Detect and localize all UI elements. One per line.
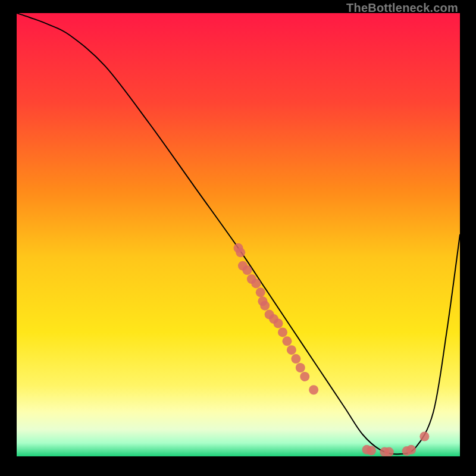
curve-marker (287, 345, 296, 355)
curve-marker (282, 336, 292, 346)
curve-marker (278, 327, 287, 337)
plot-area (17, 13, 460, 460)
curve-marker (291, 354, 300, 364)
curve-marker (256, 287, 265, 297)
curve-marker (419, 431, 429, 441)
curve-marker (242, 265, 252, 275)
curve-marker (384, 447, 394, 456)
curve-marker (309, 385, 318, 394)
curve-marker (406, 445, 416, 455)
curve-marker (300, 372, 309, 381)
curve-marker (274, 318, 283, 328)
chart-stage: TheBottleneck.com (0, 0, 476, 476)
curve-marker (251, 278, 261, 288)
curve-marker (367, 446, 376, 455)
attribution-text: TheBottleneck.com (346, 1, 458, 15)
curve-marker (296, 363, 305, 372)
curve-marker (236, 248, 245, 257)
curve-layer (17, 13, 460, 456)
bottleneck-curve (17, 13, 460, 454)
curve-markers (233, 243, 429, 456)
curve-marker (260, 301, 270, 311)
